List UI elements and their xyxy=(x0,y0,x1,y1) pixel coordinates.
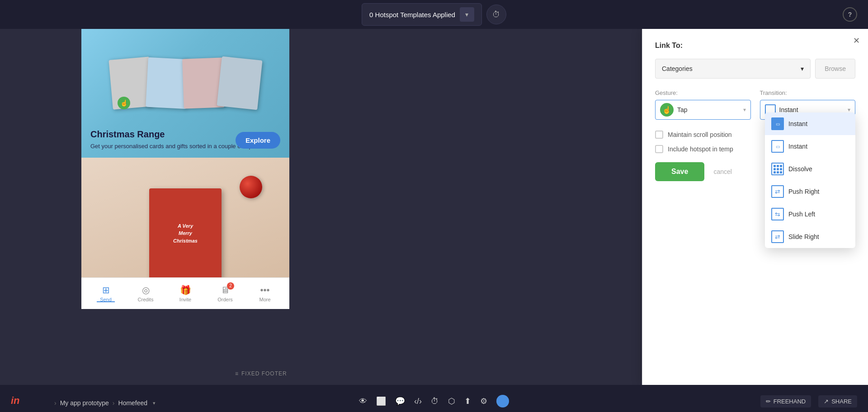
phone-screen: ☝ Christmas Range Get your personalised … xyxy=(81,29,289,309)
close-btn[interactable]: ✕ xyxy=(851,35,862,46)
more-icon: ••• xyxy=(260,285,269,295)
top-bar: 0 Hotspot Templates Applied ▾ ⏱ ? xyxy=(0,0,868,29)
dropdown-item-push-left[interactable]: ⇆ Push Left xyxy=(765,203,855,225)
send-icon: ⊞ xyxy=(102,285,110,295)
push-right-icon: ⇄ xyxy=(771,185,784,198)
credits-label: Credits xyxy=(138,297,154,302)
orders-badge-count: 2 xyxy=(227,282,234,290)
nav-item-orders[interactable]: 🖥 2 Orders xyxy=(205,285,245,302)
photo-card-4 xyxy=(217,56,262,110)
nav-item-more[interactable]: ••• More xyxy=(245,285,285,302)
slide-right-label: Slide Right xyxy=(788,233,819,240)
center-toolbar: 👁 ⬜ 💬 ‹/› ⏱ ⬡ ⬆ ⚙ xyxy=(359,395,509,407)
transition-dropdown: ▭ Instant ▭ Instant Dissolve xyxy=(765,112,855,248)
breadcrumb-dropdown-arrow[interactable]: ▾ xyxy=(153,400,156,406)
browse-btn[interactable]: Browse xyxy=(815,59,855,79)
code-icon[interactable]: ‹/› xyxy=(414,397,422,406)
share-network-icon[interactable]: ⬡ xyxy=(448,396,455,406)
chevron-right-icon: › xyxy=(54,399,57,407)
dropdown-item-instant[interactable]: ▭ Instant xyxy=(765,112,855,135)
credits-icon: ◎ xyxy=(142,285,150,295)
push-left-label: Push Left xyxy=(788,211,815,218)
share-btn[interactable]: ↗ SHARE xyxy=(818,395,857,407)
dissolve-dots xyxy=(773,164,783,174)
dissolve-icon xyxy=(771,163,784,175)
tap-gesture-icon: ☝ xyxy=(660,103,674,117)
photo-cards xyxy=(81,38,289,128)
categories-arrow-icon: ▾ xyxy=(801,65,804,72)
footer-lines-icon: ≡ xyxy=(235,370,239,377)
categories-row: Categories ▾ Browse xyxy=(655,59,855,79)
gesture-arrow-icon: ▾ xyxy=(743,107,746,113)
settings-icon[interactable]: ⚙ xyxy=(480,396,487,406)
include-hotspot-checkbox[interactable] xyxy=(655,145,663,153)
freehand-icon: ✏ xyxy=(766,398,771,405)
transition-arrow-icon: ▾ xyxy=(848,107,850,113)
bottom-right-actions: ✏ FREEHAND ↗ SHARE xyxy=(760,395,857,407)
push-left-icon: ⇆ xyxy=(771,208,784,220)
user-avatar[interactable] xyxy=(496,395,509,407)
dissolve-label: Dissolve xyxy=(788,165,812,173)
fixed-footer-label: ≡ FIXED FOOTER xyxy=(235,370,287,377)
gesture-select[interactable]: ☝ Tap ▾ xyxy=(655,100,751,120)
gesture-label: Gesture: xyxy=(655,89,751,96)
link-panel: ✕ Link To: Categories ▾ Browse Gesture: … xyxy=(642,29,868,385)
invite-label: Invite xyxy=(179,297,191,302)
nav-item-invite[interactable]: 🎁 Invite xyxy=(165,285,205,302)
history-icon[interactable]: ⏱ xyxy=(431,397,439,406)
nav-underline xyxy=(97,301,115,302)
instant-icon: ▭ xyxy=(771,117,784,130)
transition-label: Transition: xyxy=(760,89,856,96)
categories-select[interactable]: Categories ▾ xyxy=(655,59,811,79)
christmas-banner: ☝ Christmas Range Get your personalised … xyxy=(81,29,289,158)
ornament xyxy=(240,176,262,198)
invision-logo: in xyxy=(11,395,20,407)
preview-icon[interactable]: 👁 xyxy=(359,397,367,406)
hotspot-arrow-btn[interactable]: ▾ xyxy=(460,7,474,22)
phone-container: ☝ Christmas Range Get your personalised … xyxy=(81,29,289,309)
bottom-toolbar: in › My app prototype › Homefeed ▾ 👁 ⬜ 💬… xyxy=(0,385,868,412)
help-btn[interactable]: ? xyxy=(843,7,857,22)
breadcrumb-item-homefeed[interactable]: Homefeed xyxy=(118,399,148,407)
push-right-label: Push Right xyxy=(788,188,819,195)
breadcrumb-item-prototype[interactable]: My app prototype xyxy=(60,399,109,407)
dropdown-item-instant-2[interactable]: ▭ Instant xyxy=(765,135,855,158)
breadcrumb: › My app prototype › Homefeed ▾ xyxy=(54,399,156,407)
invite-icon: 🎁 xyxy=(180,285,191,295)
comment-icon[interactable]: 💬 xyxy=(395,396,405,406)
gesture-value: Tap xyxy=(677,106,740,113)
screen-icon[interactable]: ⬜ xyxy=(376,396,386,406)
red-card: A VeryMerryChristmas xyxy=(149,188,222,279)
nav-item-send[interactable]: ⊞ Send xyxy=(86,285,126,302)
dropdown-item-slide-right[interactable]: ⇄ Slide Right xyxy=(765,225,855,248)
share-icon: ↗ xyxy=(824,398,829,405)
link-to-title: Link To: xyxy=(655,42,855,50)
freehand-label: FREEHAND xyxy=(774,398,806,405)
cancel-link[interactable]: cancel xyxy=(713,168,731,175)
instant-2-icon: ▭ xyxy=(771,140,784,153)
fixed-footer-text: FIXED FOOTER xyxy=(241,370,287,377)
nav-badge: 🖥 2 xyxy=(221,285,230,295)
gesture-cursor: ☝ xyxy=(118,97,130,109)
hotspot-label: 0 Hotspot Templates Applied xyxy=(369,11,455,19)
instant-2-label: Instant xyxy=(788,143,807,150)
orders-label: Orders xyxy=(217,297,233,302)
freehand-btn[interactable]: ✏ FREEHAND xyxy=(760,395,811,407)
bottom-nav: ⊞ Send ◎ Credits 🎁 Invite 🖥 2 xyxy=(81,277,289,309)
dropdown-item-push-right[interactable]: ⇄ Push Right xyxy=(765,180,855,203)
instant-label: Instant xyxy=(788,120,807,127)
timer-btn[interactable]: ⏱ xyxy=(486,5,506,24)
maintain-scroll-checkbox[interactable] xyxy=(655,131,663,139)
include-hotspot-label: Include hotspot in temp xyxy=(668,145,733,153)
upload-icon[interactable]: ⬆ xyxy=(464,396,471,406)
explore-btn[interactable]: Explore xyxy=(236,132,280,149)
breadcrumb-sep-2: › xyxy=(113,399,115,407)
maintain-scroll-label: Maintain scroll position xyxy=(668,131,732,138)
save-btn[interactable]: Save xyxy=(655,162,704,181)
gesture-col: Gesture: ☝ Tap ▾ xyxy=(655,89,751,120)
more-label: More xyxy=(259,297,270,302)
categories-value: Categories xyxy=(662,65,693,72)
nav-item-credits[interactable]: ◎ Credits xyxy=(126,285,165,302)
dropdown-item-dissolve[interactable]: Dissolve xyxy=(765,158,855,180)
slide-right-icon: ⇄ xyxy=(771,230,784,243)
